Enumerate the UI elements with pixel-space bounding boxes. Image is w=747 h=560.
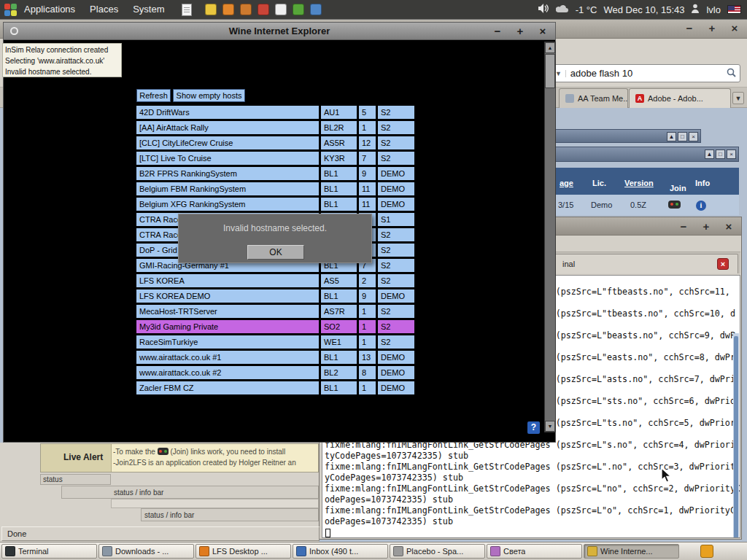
- server-name: MecaHost-TRTServer: [136, 305, 319, 318]
- invalid-hostname-dialog: Invalid hostname selected. OK: [178, 214, 372, 263]
- server-lic: S1: [378, 213, 414, 226]
- sort-usage-link[interactable]: age: [560, 179, 573, 187]
- maximize-icon[interactable]: +: [700, 220, 713, 233]
- server-row[interactable]: www.airattack.co.uk #1BL113DEMO: [136, 351, 414, 364]
- lfs-remote-window-titlebar[interactable]: ▲ □ ×: [538, 147, 739, 162]
- restore-icon[interactable]: □: [678, 132, 687, 141]
- launcher-green-icon[interactable]: [293, 4, 304, 15]
- close-icon[interactable]: ×: [728, 22, 741, 34]
- system-menu[interactable]: System: [125, 0, 171, 19]
- taskbar-item[interactable]: Света: [487, 544, 582, 559]
- server-row[interactable]: B2R FPRS RankingSystemBL19DEMO: [136, 167, 414, 180]
- vertical-scrollbar[interactable]: ▲ ▼: [544, 42, 556, 432]
- refresh-button[interactable]: Refresh: [136, 89, 171, 102]
- server-players: 7: [359, 152, 376, 165]
- user-switcher[interactable]: lvlo: [706, 4, 721, 15]
- server-name: [LTC] Live To Cruise: [136, 152, 319, 165]
- minimize-icon[interactable]: −: [683, 22, 696, 34]
- taskbar-item-label: Placebo - Spa...: [406, 547, 463, 556]
- maximize-icon[interactable]: +: [705, 22, 719, 34]
- launcher-amber-icon[interactable]: [240, 4, 252, 15]
- server-lic: DEMO: [378, 289, 414, 303]
- server-row[interactable]: MecaHost-TRTServerAS7R1S2: [136, 305, 414, 318]
- places-menu[interactable]: Places: [82, 0, 125, 19]
- server-row[interactable]: [LTC] Live To CruiseKY3R7S2: [136, 152, 414, 165]
- server-name: Belgium XFG RankingSystem: [136, 198, 319, 211]
- taskbar-item[interactable]: Wine Interne...: [584, 544, 679, 559]
- clock-applet[interactable]: Wed Dec 10, 15:43: [603, 4, 684, 15]
- restore-icon[interactable]: □: [716, 149, 725, 159]
- sort-version-link[interactable]: Version: [624, 179, 654, 187]
- ok-button[interactable]: OK: [247, 245, 304, 260]
- server-row[interactable]: Belgium XFG RankingSystemBL111DEMO: [136, 198, 414, 211]
- search-box[interactable]: G ▼ adobe flash 10: [541, 64, 740, 82]
- wine-ie-titlebar[interactable]: Wine Internet Explorer − + ×: [4, 23, 555, 40]
- header-info: Info: [695, 179, 710, 187]
- scroll-up-icon[interactable]: ▲: [545, 42, 555, 53]
- launcher-red-icon[interactable]: [258, 4, 269, 15]
- help-button[interactable]: ?: [527, 421, 540, 434]
- shade-icon[interactable]: ▲: [667, 132, 676, 141]
- taskbar-item[interactable]: Terminal: [1, 544, 97, 559]
- search-input[interactable]: adobe flash 10: [566, 68, 723, 79]
- server-row[interactable]: LFS KOREA DEMOBL19DEMO: [136, 289, 414, 303]
- taskbar-item[interactable]: Downloads - ...: [98, 544, 194, 559]
- server-players: 1: [359, 305, 376, 318]
- server-row[interactable]: LFS KOREAAS52S2: [136, 274, 414, 287]
- scroll-down-icon[interactable]: ▼: [545, 421, 555, 432]
- mouse-cursor: [661, 467, 673, 486]
- server-row[interactable]: Belgium FBM RankingSystemBL111DEMO: [136, 182, 414, 195]
- weather-cloud-icon[interactable]: [556, 4, 569, 15]
- lfs-remote-window-titlebar[interactable]: ▲ □ ×: [538, 129, 701, 143]
- launcher-yellow-icon[interactable]: [205, 4, 217, 15]
- panel-applet-icon[interactable]: [700, 545, 713, 558]
- minimize-icon[interactable]: −: [491, 25, 504, 37]
- terminal-scrollbar[interactable]: [733, 333, 739, 538]
- server-row[interactable]: 42D DriftWarsAU15S2: [136, 106, 414, 119]
- server-track: KY3R: [321, 152, 357, 165]
- server-row[interactable]: Zacler FBM CZBL11DEMO: [136, 381, 414, 394]
- maximize-icon[interactable]: +: [514, 25, 527, 37]
- scrollbar-thumb[interactable]: [545, 54, 555, 88]
- volume-icon[interactable]: [538, 4, 549, 15]
- wine-ie-icon: [587, 546, 597, 556]
- launcher-blue-icon[interactable]: [310, 4, 322, 15]
- tab-close-icon[interactable]: ×: [717, 258, 729, 270]
- tab-list-chevron-icon[interactable]: ▼: [732, 92, 744, 104]
- close-icon[interactable]: ×: [536, 25, 549, 37]
- server-row[interactable]: www.airattack.co.uk #2BL28DEMO: [136, 366, 414, 379]
- server-row[interactable]: [AA] AirAttack RallyBL2R1S2: [136, 121, 414, 134]
- server-lic: DEMO: [378, 198, 414, 211]
- taskbar-item[interactable]: Inbox (490 t...: [293, 544, 388, 559]
- search-icon[interactable]: [723, 68, 740, 79]
- tab-adobe[interactable]: A Adobe - Adob...: [629, 88, 731, 108]
- server-lic: DEMO: [378, 351, 414, 364]
- close-icon[interactable]: ×: [727, 149, 736, 159]
- server-name: www.airattack.co.uk #2: [136, 366, 319, 379]
- show-empty-hosts-button[interactable]: Show empty hosts: [173, 89, 245, 102]
- taskbar-item-label: LFS Desktop ...: [212, 547, 268, 556]
- taskbar-item[interactable]: LFS Desktop ...: [196, 544, 291, 559]
- server-players: 1: [359, 381, 376, 394]
- server-row[interactable]: RaceSimTurkiyeWE11S2: [136, 335, 414, 349]
- taskbar-item[interactable]: Placebo - Spa...: [390, 544, 485, 559]
- engine-dropdown-icon[interactable]: ▼: [555, 70, 566, 77]
- launcher-white-icon[interactable]: [275, 4, 287, 15]
- join-link-icon[interactable]: [668, 201, 681, 209]
- notes-icon[interactable]: [182, 4, 192, 16]
- tooltip-line: InSim Relay connection created: [5, 44, 119, 55]
- applications-menu[interactable]: Applications: [17, 0, 82, 19]
- keyboard-layout-flag-icon[interactable]: [727, 5, 741, 14]
- distro-menu-icon[interactable]: [4, 4, 17, 16]
- shade-icon[interactable]: ▲: [705, 149, 714, 159]
- launcher-orange-icon[interactable]: [222, 4, 234, 15]
- server-row[interactable]: [CLC] CityLifeCrew CruiseAS5R12S2: [136, 136, 414, 149]
- close-icon[interactable]: ×: [722, 220, 735, 233]
- server-row[interactable]: My3id Gaming PrivateSO21S2: [136, 320, 414, 333]
- server-name: [AA] AirAttack Rally: [136, 121, 319, 134]
- taskbar-item-label: Inbox (490 t...: [309, 547, 358, 556]
- tab-aa-team[interactable]: AA Team Me...: [559, 88, 628, 108]
- minimize-icon[interactable]: −: [677, 220, 690, 233]
- info-icon[interactable]: i: [696, 201, 706, 211]
- close-icon[interactable]: ×: [689, 132, 698, 141]
